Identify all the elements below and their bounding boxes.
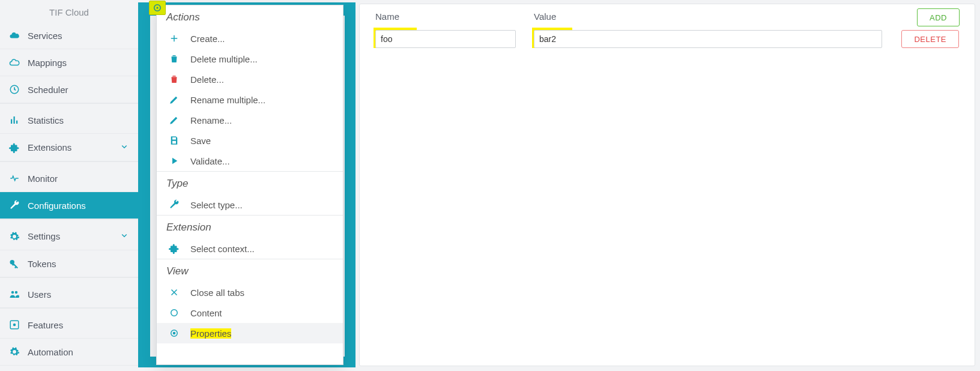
- pencil-icon: [169, 115, 180, 125]
- menu-item-content[interactable]: Content: [157, 303, 343, 323]
- menu-item-delete-multiple[interactable]: Delete multiple...: [157, 49, 343, 69]
- puzzle-icon: [8, 142, 20, 154]
- sidebar-item-label: Features: [28, 320, 63, 330]
- sidebar-item-label: Tokens: [28, 259, 56, 269]
- panel-right-strip: [345, 16, 355, 358]
- trash-icon: [169, 53, 180, 64]
- configurations-panel: Configurations Actions Create... Delete …: [138, 2, 355, 371]
- menu-item-label: Validate...: [190, 156, 230, 166]
- value-label: Value: [534, 11, 882, 22]
- menu-item-label: Content: [190, 308, 222, 318]
- key-icon: [8, 258, 20, 270]
- name-label: Name: [375, 11, 516, 22]
- wrench-icon: [169, 199, 180, 210]
- sidebar-item-label: Services: [28, 31, 62, 41]
- target-icon: [152, 2, 163, 13]
- trash-red-icon: [169, 74, 180, 85]
- clock-icon: [8, 83, 20, 95]
- puzzle-icon: [169, 243, 180, 254]
- menu-item-label: Create...: [190, 34, 225, 44]
- bars-icon: [8, 114, 20, 126]
- sidebar-item-label: Settings: [28, 231, 60, 241]
- add-button[interactable]: ADD: [917, 8, 960, 26]
- menu-group-actions: Actions: [157, 5, 343, 28]
- plus-icon: [169, 33, 180, 44]
- sidebar-item-settings[interactable]: Settings: [0, 223, 138, 250]
- menu-item-rename-multiple[interactable]: Rename multiple...: [157, 89, 343, 110]
- sidebar-item-scheduler[interactable]: Scheduler: [0, 76, 138, 103]
- menu-group-type: Type: [157, 172, 343, 195]
- gear2-icon: [8, 346, 20, 358]
- menu-item-label: Select context...: [190, 244, 255, 254]
- menu-item-save[interactable]: Save: [157, 130, 343, 151]
- properties-editor: Name Value DELETE: [359, 4, 975, 366]
- sidebar-item-label: Users: [28, 289, 51, 300]
- menu-item-label: Delete...: [190, 74, 224, 85]
- sidebar-item-automation[interactable]: Automation: [0, 339, 138, 366]
- menu-item-validate[interactable]: Validate...: [157, 151, 343, 171]
- menu-group-extension: Extension: [157, 216, 343, 238]
- sidebar-item-statistics[interactable]: Statistics: [0, 107, 138, 134]
- menu-item-create[interactable]: Create...: [157, 28, 343, 49]
- sidebar-item-label: Mappings: [28, 58, 67, 68]
- play-icon: [169, 155, 180, 166]
- menu-item-label: Rename multiple...: [190, 95, 265, 105]
- menu-item-select-type[interactable]: Select type...: [157, 195, 343, 215]
- save-icon: [169, 135, 180, 146]
- radio-off-icon: [169, 307, 180, 318]
- menu-item-label: Select type...: [190, 200, 243, 210]
- menu-item-label: Close all tabs: [190, 288, 244, 298]
- sidebar-item-label: Extensions: [28, 142, 71, 152]
- sidebar-item-tokens[interactable]: Tokens: [0, 250, 138, 277]
- menu-item-label: Delete multiple...: [190, 54, 258, 64]
- sidebar-item-label: Statistics: [28, 115, 64, 125]
- x-icon: [169, 287, 180, 298]
- cloud-outline-icon: [8, 56, 20, 68]
- menu-group-view: View: [157, 259, 343, 282]
- sidebar-item-features[interactable]: Features: [0, 312, 138, 339]
- sidebar-title: TIF Cloud: [0, 5, 138, 22]
- heartbeat-icon: [8, 172, 20, 184]
- sidebar-item-mappings[interactable]: Mappings: [0, 49, 138, 76]
- menu-item-close-all-tabs[interactable]: Close all tabs: [157, 282, 343, 303]
- wrench-icon: [8, 199, 20, 211]
- sidebar-item-label: Scheduler: [28, 85, 68, 95]
- chevron-down-icon: [119, 230, 130, 243]
- chevron-down-icon: [119, 141, 130, 154]
- menu-item-select-context[interactable]: Select context...: [157, 238, 343, 259]
- panel-menu-toggle[interactable]: [149, 1, 166, 15]
- gear-box-icon: [8, 319, 20, 331]
- menu-item-label: Properties: [190, 328, 231, 339]
- delete-button[interactable]: DELETE: [901, 30, 959, 48]
- panel-left-strip: [138, 2, 150, 367]
- sidebar-item-configurations[interactable]: Configurations: [0, 192, 138, 219]
- value-input[interactable]: [534, 30, 882, 48]
- sidebar-item-extensions[interactable]: Extensions: [0, 134, 138, 161]
- sidebar-item-label: Automation: [28, 347, 73, 357]
- sidebar-item-label: Configurations: [28, 201, 86, 211]
- sidebar-item-monitor[interactable]: Monitor: [0, 165, 138, 192]
- users-icon: [8, 288, 20, 300]
- cloud-icon: [8, 29, 20, 41]
- context-menu: Actions Create... Delete multiple... Del…: [156, 5, 343, 365]
- sidebar-item-users[interactable]: Users: [0, 281, 138, 308]
- sidebar-item-services[interactable]: Services: [0, 22, 138, 49]
- menu-item-label: Rename...: [190, 115, 232, 125]
- sidebar-item-label: Monitor: [28, 173, 58, 184]
- gear-icon: [8, 231, 20, 243]
- name-input[interactable]: [375, 30, 516, 48]
- sidebar: TIF Cloud Services Mappings Scheduler St…: [0, 0, 138, 371]
- menu-item-delete[interactable]: Delete...: [157, 69, 343, 89]
- pencil-icon: [169, 94, 180, 105]
- menu-item-rename[interactable]: Rename...: [157, 110, 343, 130]
- menu-item-properties[interactable]: Properties: [157, 323, 343, 343]
- menu-item-label: Save: [190, 136, 211, 146]
- radio-on-icon: [169, 328, 180, 339]
